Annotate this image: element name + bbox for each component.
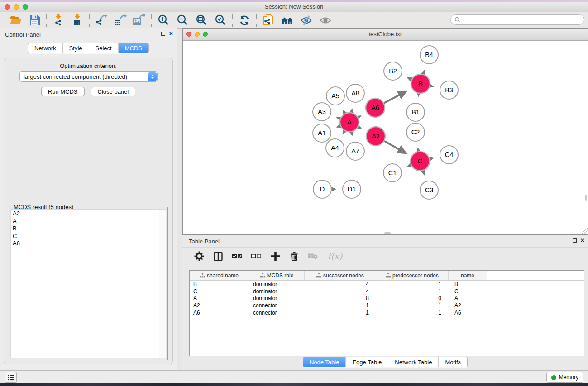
table-settings-gear-icon[interactable] <box>194 251 204 261</box>
export-image-icon[interactable] <box>133 14 146 27</box>
graph-edge-A-A5[interactable] <box>343 110 344 113</box>
import-table-icon[interactable] <box>71 14 84 27</box>
delete-column-trash-icon[interactable] <box>289 251 299 261</box>
graph-edge-A-A6[interactable] <box>358 116 360 117</box>
toggle-graphics-details-icon[interactable] <box>300 14 313 27</box>
column-header-MCDS-role[interactable]: MCDS role <box>249 271 305 280</box>
graph-node-C3[interactable]: C3 <box>420 181 438 199</box>
graph-node-A[interactable]: A <box>340 113 359 132</box>
table-cell[interactable]: C <box>190 288 249 295</box>
graph-node-A6[interactable]: A6 <box>366 98 385 117</box>
table-cell[interactable]: 4 <box>305 281 376 287</box>
graph-node-D1[interactable]: D1 <box>343 180 361 198</box>
graph-node-C1[interactable]: C1 <box>383 164 402 182</box>
graph-node-A5[interactable]: A5 <box>326 87 344 105</box>
canvas-hscroll-stub[interactable] <box>384 232 391 234</box>
table-cell[interactable]: A <box>190 295 249 301</box>
zoom-fit-icon[interactable] <box>195 14 208 27</box>
graph-edge-A2-C[interactable] <box>384 141 406 153</box>
table-cell[interactable]: A6 <box>449 310 487 316</box>
task-history-button[interactable] <box>5 372 17 383</box>
graph-node-C2[interactable]: C2 <box>406 123 425 141</box>
search-input[interactable] <box>462 16 584 24</box>
import-network-icon[interactable] <box>52 14 65 27</box>
table-cell[interactable]: dominator <box>249 281 305 287</box>
search-field[interactable] <box>450 14 584 25</box>
table-row[interactable]: A2connector11A2 <box>190 302 584 309</box>
column-header-successor-nodes[interactable]: successor nodes <box>305 271 376 280</box>
reset-home-icon[interactable] <box>281 14 294 27</box>
table-cell[interactable]: 1 <box>305 302 376 309</box>
open-file-icon[interactable] <box>9 14 22 27</box>
table-cell[interactable]: A <box>449 295 487 301</box>
graph-node-A2[interactable]: A2 <box>366 127 385 146</box>
table-cell[interactable]: C <box>449 288 487 295</box>
graph-node-B1[interactable]: B1 <box>406 103 425 121</box>
graph-node-A1[interactable]: A1 <box>313 124 331 142</box>
close-panel-button[interactable]: Close panel <box>91 87 136 96</box>
save-session-icon[interactable] <box>28 14 41 27</box>
table-tab-edge-table[interactable]: Edge Table <box>345 357 388 367</box>
tab-network[interactable]: Network <box>28 43 62 53</box>
table-close-panel-icon[interactable]: × <box>581 238 584 243</box>
table-float-panel-icon[interactable] <box>573 238 577 243</box>
graph-edge-C-C4[interactable] <box>430 158 433 159</box>
network-graph[interactable]: B4B2BB3A8A5A6A3B1AC2A1A2A4A7C4CC1DD1C3 <box>183 41 588 234</box>
canvas-vscroll-stub[interactable] <box>585 195 587 201</box>
network-canvas[interactable]: B4B2BB3A8A5A6A3B1AC2A1A2A4A7C4CC1DD1C3 <box>183 41 588 234</box>
graph-node-C4[interactable]: C4 <box>440 146 458 164</box>
table-cell[interactable]: dominator <box>249 295 305 301</box>
graph-edge-B-B2[interactable] <box>408 78 411 80</box>
tab-select[interactable]: Select <box>89 43 118 53</box>
graph-node-A4[interactable]: A4 <box>326 139 344 157</box>
zoom-in-icon[interactable] <box>157 14 170 27</box>
window-resize-grip[interactable] <box>581 228 588 234</box>
mcds-result-item[interactable]: B <box>11 225 159 233</box>
close-panel-icon[interactable]: × <box>169 31 173 36</box>
graph-node-A7[interactable]: A7 <box>346 142 364 160</box>
refresh-view-icon[interactable] <box>238 14 251 27</box>
select-all-rows-icon[interactable] <box>232 251 242 261</box>
graph-node-C[interactable]: C <box>411 152 430 171</box>
memory-button[interactable]: Memory <box>546 372 583 383</box>
add-column-icon[interactable] <box>270 251 280 261</box>
run-mcds-button[interactable]: Run MCDS <box>41 87 85 96</box>
table-cell[interactable]: 1 <box>376 302 449 309</box>
table-cell[interactable]: 4 <box>305 288 376 295</box>
graph-node-B4[interactable]: B4 <box>420 46 438 64</box>
criterion-dropdown[interactable]: largest connected component (directed) <box>19 71 158 82</box>
table-cell[interactable]: A2 <box>190 302 249 309</box>
table-cell[interactable]: B <box>190 281 249 287</box>
table-row[interactable]: Bdominator41B <box>190 281 584 288</box>
graph-edge-A-A2[interactable] <box>358 127 361 128</box>
export-network-icon[interactable] <box>95 14 108 27</box>
table-cell[interactable]: 8 <box>305 295 376 301</box>
duplicate-network-icon[interactable] <box>262 14 275 27</box>
graph-edge-A-A1[interactable] <box>337 126 340 127</box>
table-cell[interactable]: 0 <box>376 295 449 301</box>
graph-edge-A6-B[interactable] <box>384 91 406 103</box>
app-titlebar[interactable]: Session: New Session <box>0 2 588 13</box>
table-cell[interactable]: B <box>449 281 487 287</box>
table-tab-network-table[interactable]: Network Table <box>388 357 438 367</box>
float-panel-icon[interactable] <box>161 32 165 36</box>
table-row[interactable]: Cdominator41C <box>190 288 584 295</box>
graph-edge-A-A4[interactable] <box>343 131 344 133</box>
mcds-list-scrollbar[interactable] <box>159 210 166 358</box>
graph-edge-C-C3[interactable] <box>423 171 425 174</box>
graph-edge-C-C2[interactable] <box>418 148 419 151</box>
tab-style[interactable]: Style <box>62 43 89 53</box>
table-cell[interactable]: A6 <box>190 310 249 316</box>
show-hide-panel-icon[interactable] <box>319 14 332 27</box>
table-cell[interactable]: 1 <box>376 288 449 295</box>
table-tab-node-table[interactable]: Node Table <box>303 357 346 367</box>
graph-node-B2[interactable]: B2 <box>384 62 402 80</box>
table-tab-motifs[interactable]: Motifs <box>438 357 467 367</box>
deselect-all-rows-icon[interactable] <box>251 251 261 261</box>
zoom-out-icon[interactable] <box>176 14 189 27</box>
tab-mcds[interactable]: MCDS <box>118 43 148 53</box>
graph-edge-B-B4[interactable] <box>423 71 424 74</box>
mcds-result-item[interactable]: A <box>11 218 159 225</box>
graph-node-D[interactable]: D <box>313 180 331 198</box>
graph-edge-C-C1[interactable] <box>408 165 411 167</box>
